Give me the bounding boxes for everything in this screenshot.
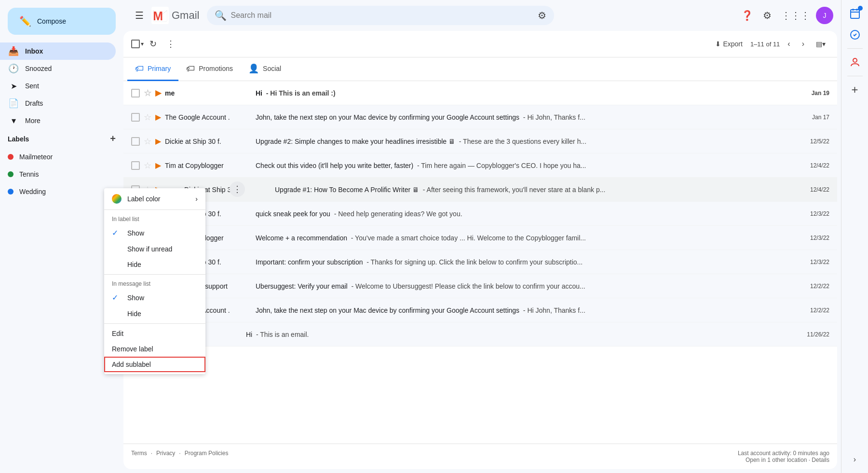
people-panel-button[interactable] [845, 53, 865, 72]
settings-button[interactable]: ⚙ [759, 6, 775, 25]
ctx-hide[interactable]: Hide [104, 257, 205, 272]
search-input[interactable] [231, 11, 534, 20]
snoozed-label: Snoozed [25, 65, 52, 72]
forward-icon: ▶ [155, 88, 161, 97]
gmail-g-icon: M [151, 7, 169, 24]
table-row[interactable]: ☆ ▶ Ubersuggest support Ubersuggest: Ver… [123, 274, 837, 298]
hamburger-button[interactable]: ☰ [131, 6, 148, 25]
label-item-mailmeteor[interactable]: Mailmeteor [0, 148, 116, 166]
ctx-remove-label[interactable]: Remove label [104, 341, 205, 357]
table-row[interactable]: ☆ ▶ me Hi - Hi This is an email :) Jan 1… [123, 81, 837, 105]
view-toggle-button[interactable]: ▤▾ [812, 36, 829, 52]
star-icon[interactable]: ☆ [144, 160, 151, 171]
toolbar-left: ▾ ↻ ⋮ [131, 35, 179, 53]
row-context-menu-trigger[interactable]: ⋮ [230, 181, 245, 197]
ctx-show[interactable]: ✓ Show [104, 224, 205, 241]
table-row[interactable]: ☆ ▶ Dickie at Ship 30 f. Important: conf… [123, 250, 837, 274]
sender-name: me [165, 89, 252, 97]
social-tab-label: Social [263, 65, 281, 72]
tasks-panel-button[interactable] [845, 25, 865, 44]
more-options-button[interactable]: ⋮ [163, 35, 179, 53]
ctx-label-color[interactable]: Label color › [104, 190, 205, 208]
drafts-label: Drafts [25, 99, 43, 107]
apps-button[interactable]: ⋮⋮⋮ [777, 6, 814, 25]
collapse-panel-button[interactable]: › [845, 450, 865, 469]
search-bar: 🔍 ⚙ [207, 6, 554, 25]
label-item-wedding[interactable]: Wedding [0, 183, 116, 200]
select-all-checkbox[interactable]: ▾ [131, 40, 144, 48]
sender-name: Dickie at Ship 30 f. [165, 138, 252, 145]
email-subject-preview: Hi - Hi This is an email :) [256, 89, 797, 97]
email-list: ☆ ▶ me Hi - Hi This is an email :) Jan 1… [123, 81, 837, 444]
help-button[interactable]: ❓ [737, 6, 757, 25]
email-subject-preview: Upgrade #2: Simple changes to make your … [256, 138, 797, 145]
row-checkbox[interactable] [131, 113, 140, 122]
label-item-tennis[interactable]: Tennis [0, 166, 116, 183]
next-page-button[interactable]: › [798, 36, 808, 52]
star-icon[interactable]: ☆ [144, 112, 151, 123]
row-checkbox[interactable] [131, 137, 140, 146]
table-row[interactable]: ☆ ▶ Tim at Copyblogger Welcome + a recom… [123, 226, 837, 250]
terms-link[interactable]: Terms [131, 450, 147, 463]
ctx-in-label-list-header: In label list [104, 212, 205, 224]
ctx-show-if-unread[interactable]: Show if unread [104, 241, 205, 257]
compose-label: Compose [37, 17, 66, 25]
table-row[interactable]: ☆ ▶ The Google Account . John, take the … [123, 105, 837, 129]
sender-name: Tim at Copyblogger [165, 162, 252, 169]
ctx-hide2-label: Hide [127, 310, 141, 318]
email-subject-preview: John, take the next step on your Mac dev… [256, 306, 797, 314]
email-subject-preview: quick sneak peek for you - Need help gen… [256, 210, 797, 218]
tab-primary[interactable]: 🏷 Primary [127, 57, 178, 81]
email-subject-preview: Upgrade #1: How To Become A Prolific Wri… [275, 186, 797, 194]
subject-text: quick sneak peek for you [256, 210, 330, 218]
ctx-edit[interactable]: Edit [104, 326, 205, 341]
social-tab-icon: 👤 [248, 63, 259, 74]
sidebar-item-drafts[interactable]: 📄 Drafts [0, 95, 116, 112]
subject-text: John, take the next step on your Mac dev… [256, 113, 519, 121]
label-tennis-text: Tennis [19, 170, 39, 178]
export-button[interactable]: ⬇ Export [711, 38, 746, 50]
star-icon[interactable]: ☆ [144, 136, 151, 147]
sidebar-item-inbox[interactable]: 📥 Inbox [0, 42, 116, 60]
row-checkbox[interactable] [131, 161, 140, 170]
program-policies-link[interactable]: Program Policies [185, 450, 229, 463]
filter-icon[interactable]: ⚙ [538, 10, 546, 21]
tab-social[interactable]: 👤 Social [241, 57, 289, 81]
avatar[interactable]: J [816, 7, 833, 24]
row-checkbox[interactable] [131, 89, 140, 97]
select-all-cb[interactable] [131, 40, 140, 48]
table-row[interactable]: ☆ ▶ Dickie at Ship 30 f. quick sneak pee… [123, 202, 837, 226]
table-row[interactable]: ☆ ▶ Dickie at Ship 30 f. Upgrade #2: Sim… [123, 129, 837, 153]
refresh-button[interactable]: ↻ [146, 35, 161, 53]
select-dropdown-arrow[interactable]: ▾ [141, 41, 144, 47]
sidebar-item-sent[interactable]: ➤ Sent [0, 77, 116, 95]
sidebar-item-more[interactable]: ▾ More [0, 112, 116, 129]
calendar-panel-button[interactable] [845, 4, 865, 23]
label-color-text: Label color [127, 195, 161, 203]
table-row[interactable]: ☆ ▶ The Google Account . John, take the … [123, 298, 837, 322]
subject-text: Welcome + a recommendation [256, 234, 347, 242]
ctx-show2[interactable]: ✓ Show [104, 289, 205, 306]
star-icon[interactable]: ☆ [144, 88, 151, 98]
table-row[interactable]: ☆ ▶ ⋮ Dickie at Ship 30 f. Upgrade #1: H… [123, 178, 837, 202]
toolbar-right: ⬇ Export 1–11 of 11 ‹ › ▤▾ [711, 36, 829, 52]
sidebar-item-snoozed[interactable]: 🕐 Snoozed [0, 60, 116, 77]
compose-button[interactable]: ✏️ Compose [8, 8, 116, 35]
ctx-hide2[interactable]: Hide [104, 306, 205, 321]
forward-icon: ▶ [155, 137, 161, 146]
separator2: · [179, 450, 180, 463]
promotions-tab-icon: 🏷 [186, 64, 195, 74]
tab-promotions[interactable]: 🏷 Promotions [178, 57, 241, 81]
subject-text: Hi [256, 89, 262, 97]
calendar-badge [858, 6, 863, 11]
table-row[interactable]: ☆ Hi - This is an email. 11/26/22 [123, 322, 837, 347]
table-row[interactable]: ☆ ▶ Tim at Copyblogger Check out this vi… [123, 153, 837, 178]
prev-page-button[interactable]: ‹ [784, 36, 794, 52]
email-date: Jan 19 [800, 90, 829, 97]
add-label-icon[interactable]: + [110, 133, 116, 144]
subject-text: Ubersuggest: Verify your email [256, 282, 348, 290]
privacy-link[interactable]: Privacy [156, 450, 175, 463]
last-activity: Last account activity: 0 minutes ago [738, 450, 829, 457]
ctx-add-sublabel[interactable]: Add sublabel [104, 357, 205, 372]
add-panel-button[interactable]: + [845, 80, 865, 99]
